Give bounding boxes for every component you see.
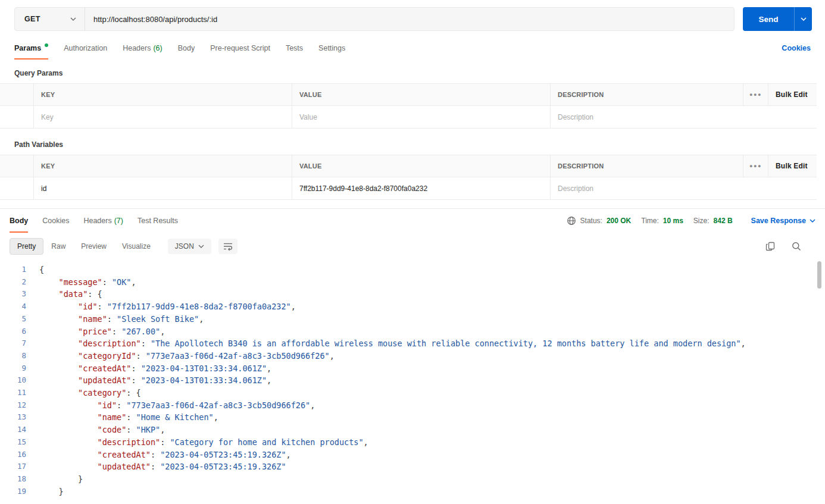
line-number: 14 (0, 424, 26, 436)
tab-body-label: Body (178, 44, 195, 52)
code-line: 15 "description": "Category for home and… (0, 436, 825, 449)
line-number: 8 (0, 350, 26, 362)
code-text: "updatedAt": "2023-04-13T01:33:34.061Z", (26, 374, 271, 387)
response-meta: Status: 200 OK Time: 10 ms Size: 842 B S… (567, 216, 815, 226)
param-description-cell (550, 105, 817, 128)
tab-body[interactable]: Body (178, 37, 195, 60)
tab-headers-label: Headers (123, 44, 151, 52)
format-label: JSON (175, 242, 194, 251)
code-line: 7 "description": "The Apollotech B340 is… (0, 337, 825, 350)
param-value-cell (292, 105, 550, 128)
chevron-down-icon (198, 245, 204, 248)
code-line: 18 } (0, 473, 825, 486)
search-icon[interactable] (792, 242, 801, 251)
path-var-key-cell (33, 177, 292, 199)
line-number: 6 (0, 325, 26, 338)
column-header-key: KEY (33, 155, 292, 177)
response-tabs: Body Cookies Headers (7) Test Results St… (0, 209, 825, 233)
format-select[interactable]: JSON (168, 239, 211, 254)
tab-settings[interactable]: Settings (318, 37, 345, 60)
code-line: 14 "code": "HKP", (0, 424, 825, 436)
copy-icon[interactable] (765, 242, 775, 251)
response-tab-test-results[interactable]: Test Results (138, 209, 178, 233)
line-number: 5 (0, 313, 26, 325)
code-text: "category": { (26, 387, 141, 399)
response-tab-cookies-label: Cookies (42, 217, 69, 225)
code-text: "data": { (26, 288, 102, 300)
vertical-scrollbar-thumb[interactable] (817, 261, 821, 289)
param-value-input[interactable] (299, 113, 543, 121)
time-label: Time: (641, 217, 659, 225)
response-toolbar: Pretty Raw Preview Visualize JSON (0, 233, 825, 260)
path-var-key-input[interactable] (41, 184, 285, 193)
line-number: 4 (0, 300, 26, 313)
save-response-button[interactable]: Save Response (751, 217, 815, 225)
code-text: "categoryId": "773e7aa3-f06d-42af-a8c3-3… (26, 350, 335, 362)
row-handle-header (0, 84, 33, 105)
path-var-description-input[interactable] (558, 184, 810, 193)
tab-tests[interactable]: Tests (286, 37, 303, 60)
size-label: Size: (693, 217, 710, 225)
code-text: "name": "Sleek Soft Bike", (26, 313, 204, 325)
param-description-input[interactable] (558, 113, 810, 121)
more-options-icon[interactable]: ●●● (743, 84, 768, 105)
tab-params[interactable]: Params (14, 37, 48, 60)
query-params-table: KEY VALUE DESCRIPTION ●●● Bulk Edit (0, 83, 817, 129)
response-tab-headers-label: Headers (83, 217, 111, 225)
code-text: { (26, 264, 44, 276)
code-text: "code": "HKP", (26, 424, 165, 436)
tab-pre-request-script-label: Pre-request Script (210, 44, 270, 52)
bulk-edit-button[interactable]: Bulk Edit (768, 155, 817, 177)
tab-settings-label: Settings (318, 44, 345, 52)
response-tab-headers[interactable]: Headers (7) (83, 209, 123, 233)
column-header-description: DESCRIPTION (550, 155, 743, 177)
response-tab-cookies[interactable]: Cookies (42, 209, 69, 233)
method-select[interactable]: GET (15, 8, 85, 30)
send-options-button[interactable] (794, 7, 812, 31)
code-line: 19 } (0, 486, 825, 498)
view-tab-pretty[interactable]: Pretty (10, 238, 43, 255)
method-label: GET (24, 15, 40, 23)
tab-pre-request-script[interactable]: Pre-request Script (210, 37, 270, 60)
request-tabs: Params Authorization Headers (6) Body Pr… (0, 37, 825, 60)
tab-authorization-label: Authorization (64, 44, 107, 52)
column-header-description: DESCRIPTION (550, 84, 743, 105)
tab-tests-label: Tests (286, 44, 303, 52)
more-options-icon[interactable]: ●●● (743, 155, 768, 177)
cookies-link[interactable]: Cookies (782, 44, 811, 52)
query-params-title: Query Params (0, 60, 825, 83)
tab-params-label: Params (14, 44, 41, 52)
row-handle (0, 177, 33, 199)
response-tab-body[interactable]: Body (10, 209, 28, 233)
wrap-text-button[interactable] (218, 239, 238, 254)
size-value: 842 B (714, 217, 733, 225)
toolbar-right (765, 242, 815, 251)
param-key-input[interactable] (41, 113, 285, 121)
response-headers-count: (7) (114, 217, 123, 225)
view-tab-raw[interactable]: Raw (43, 238, 73, 255)
code-line: 9 "createdAt": "2023-04-13T01:33:34.061Z… (0, 362, 825, 375)
globe-icon[interactable] (567, 216, 576, 226)
path-var-value-input[interactable] (299, 184, 543, 193)
bulk-edit-button[interactable]: Bulk Edit (768, 84, 817, 105)
tab-headers[interactable]: Headers (6) (123, 37, 162, 60)
response-tab-body-label: Body (10, 217, 28, 225)
view-tab-visualize[interactable]: Visualize (114, 238, 158, 255)
column-header-value: VALUE (292, 155, 550, 177)
code-line: 16 "createdAt": "2023-04-05T23:45:19.326… (0, 449, 825, 461)
code-line: 17 "updatedAt": "2023-04-05T23:45:19.326… (0, 461, 825, 473)
code-line: 5 "name": "Sleek Soft Bike", (0, 313, 825, 325)
send-button[interactable]: Send (743, 7, 794, 31)
request-url-bar: GET Send (0, 0, 825, 37)
code-text: "createdAt": "2023-04-05T23:45:19.326Z", (26, 449, 291, 461)
path-variables-table: KEY VALUE DESCRIPTION ●●● Bulk Edit (0, 155, 817, 200)
url-input[interactable] (85, 8, 734, 30)
line-number: 11 (0, 387, 26, 399)
path-variables-title: Path Variables (0, 129, 825, 155)
view-tab-preview[interactable]: Preview (73, 238, 114, 255)
tab-authorization[interactable]: Authorization (64, 37, 107, 60)
code-line: 13 "name": "Home & Kitchen", (0, 411, 825, 424)
response-body-viewer[interactable]: 1{2 "message": "OK",3 "data": {4 "id": "… (0, 260, 825, 504)
code-text: "updatedAt": "2023-04-05T23:45:19.326Z" (26, 461, 286, 473)
code-line: 8 "categoryId": "773e7aa3-f06d-42af-a8c3… (0, 350, 825, 362)
